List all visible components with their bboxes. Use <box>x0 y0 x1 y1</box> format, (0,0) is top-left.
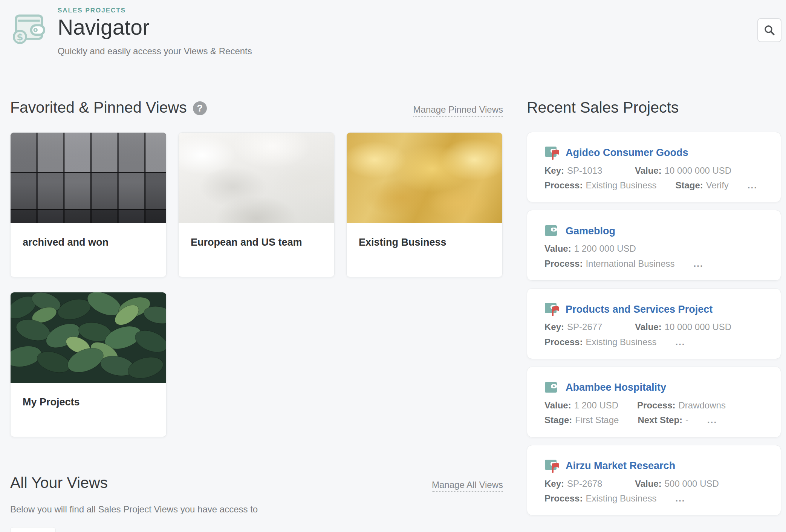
project-link[interactable]: Products and Services Project <box>566 304 713 315</box>
more-actions-button[interactable]: ... <box>694 258 703 270</box>
more-actions-button[interactable]: ... <box>748 179 757 191</box>
manage-all-views-link[interactable]: Manage All Views <box>432 480 503 492</box>
search-button[interactable] <box>757 18 781 42</box>
project-meta: Value:1 200 USD Process:Drawdowns Stage:… <box>544 399 766 427</box>
project-link[interactable]: Abambee Hospitality <box>566 382 666 393</box>
recent-project-card[interactable]: Agideo Consumer Goods Key:SP-1013 Value:… <box>527 132 781 203</box>
green-leaves-image <box>11 292 166 383</box>
dark-metal-tiles-image <box>11 133 166 223</box>
meta-pair: Process:Existing Business <box>544 179 656 191</box>
pinned-view-card[interactable]: Existing Business <box>346 132 503 277</box>
svg-text:$: $ <box>17 32 23 43</box>
gold-foil-image <box>347 133 502 223</box>
pinned-view-card[interactable]: European and US team <box>178 132 335 277</box>
meta-pair: Process:Existing Business <box>544 336 656 348</box>
manage-pinned-views-link[interactable]: Manage Pinned Views <box>413 104 503 117</box>
page-header: $ SALES PROJECTS Navigator Quickly and e… <box>0 0 786 57</box>
wallet-icon <box>544 380 560 396</box>
wallet-flag-icon <box>544 458 560 474</box>
next-section-card-edge <box>10 527 56 532</box>
recent-project-card[interactable]: Products and Services Project Key:SP-267… <box>527 288 781 359</box>
pinned-view-title: Existing Business <box>359 237 502 248</box>
pinned-view-card[interactable]: My Projects <box>10 292 167 437</box>
pinned-view-title: My Projects <box>23 396 166 408</box>
recent-projects-column: Recent Sales Projects Agideo Consumer Go… <box>527 99 781 523</box>
wallet-dollar-icon: $ <box>10 9 46 46</box>
project-meta: Key:SP-2678 Value:500 000 USD Process:Ex… <box>544 478 766 505</box>
meta-pair: Value:1 200 000 USD <box>544 243 636 255</box>
pinned-view-title: European and US team <box>191 237 334 248</box>
project-meta: Key:SP-2677 Value:10 000 000 USD Process… <box>544 321 766 348</box>
project-link[interactable]: Airzu Market Research <box>566 460 675 472</box>
pinned-view-card[interactable]: archived and won <box>10 132 167 277</box>
recent-project-card[interactable]: Abambee Hospitality Value:1 200 USD Proc… <box>527 367 781 437</box>
more-actions-button[interactable]: ... <box>707 414 717 426</box>
recent-projects-list: Agideo Consumer Goods Key:SP-1013 Value:… <box>527 132 781 516</box>
meta-pair: Key:SP-2677 <box>544 321 616 333</box>
wallet-flag-icon <box>544 145 560 161</box>
meta-pair: Process:Existing Business <box>544 492 656 504</box>
meta-pair: Process:International Business <box>544 258 675 270</box>
pinned-view-title: archived and won <box>23 237 166 248</box>
meta-pair: Stage:First Stage <box>544 414 619 426</box>
recent-project-card[interactable]: Airzu Market Research Key:SP-2678 Value:… <box>527 445 781 516</box>
all-views-section: All Your Views Manage All Views Below yo… <box>10 474 503 515</box>
pinned-views-heading-text: Favorited & Pinned Views <box>10 99 187 116</box>
app-eyebrow: SALES PROJECTS <box>58 7 252 14</box>
left-column: Favorited & Pinned Views ? Manage Pinned… <box>10 99 503 523</box>
more-actions-button[interactable]: ... <box>675 492 685 504</box>
meta-pair: Value:1 200 USD <box>544 399 618 411</box>
meta-pair: Value:10 000 000 USD <box>635 321 731 333</box>
meta-pair: Stage:Verify <box>675 179 728 191</box>
search-icon <box>763 24 775 36</box>
meta-pair: Process:Drawdowns <box>637 399 726 411</box>
recent-project-card[interactable]: Gameblog Value:1 200 000 USD Process:Int… <box>527 210 781 281</box>
more-actions-button[interactable]: ... <box>675 336 685 348</box>
meta-pair: Value:10 000 000 USD <box>635 165 731 177</box>
meta-pair: Value:500 000 USD <box>635 478 719 490</box>
all-views-subtitle: Below you will find all Sales Project Vi… <box>10 504 503 515</box>
help-icon[interactable]: ? <box>193 101 207 115</box>
meta-pair: Key:SP-1013 <box>544 165 616 177</box>
project-meta: Key:SP-1013 Value:10 000 000 USD Process… <box>544 165 766 192</box>
project-link[interactable]: Agideo Consumer Goods <box>566 147 688 159</box>
wallet-icon <box>544 223 560 239</box>
project-meta: Value:1 200 000 USD Process:Internationa… <box>544 243 766 270</box>
all-views-heading: All Your Views <box>10 474 108 492</box>
meta-pair: Next Step:- <box>638 414 688 426</box>
meta-pair: Key:SP-2678 <box>544 478 616 490</box>
wallet-flag-icon <box>544 301 560 317</box>
white-wavy-paper-image <box>179 133 334 223</box>
project-link[interactable]: Gameblog <box>566 225 615 237</box>
pinned-views-grid: archived and won European and US team Ex… <box>10 132 503 437</box>
pinned-views-heading: Favorited & Pinned Views ? <box>10 99 207 116</box>
page-title: Navigator <box>58 15 252 40</box>
recent-projects-heading: Recent Sales Projects <box>527 99 679 116</box>
page-subtitle: Quickly and easily access your Views & R… <box>58 46 252 57</box>
